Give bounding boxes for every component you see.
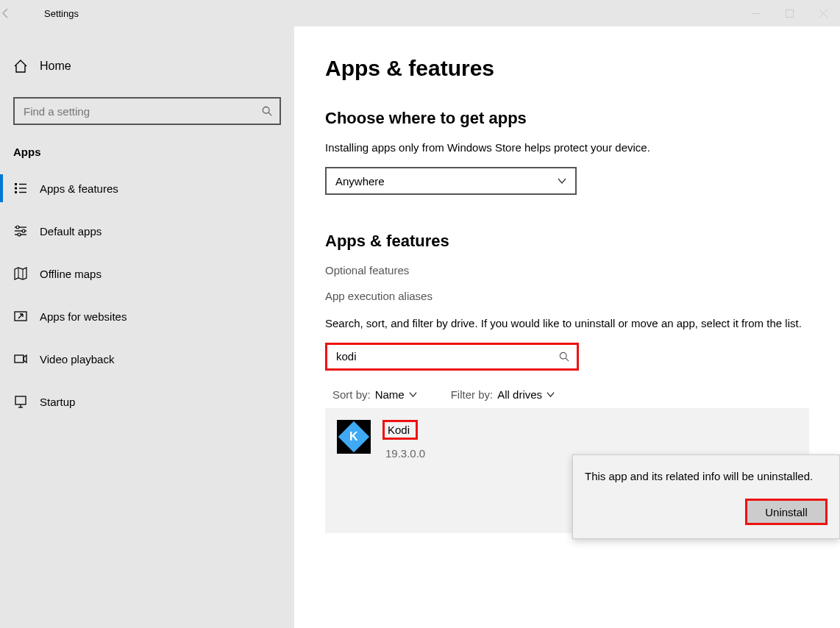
filter-help-text: Search, sort, and filter by drive. If yo… (325, 315, 809, 332)
sidebar-item-video-playback[interactable]: Video playback (0, 338, 294, 380)
app-search-box[interactable] (325, 343, 579, 371)
home-icon (13, 59, 34, 74)
apps-features-heading: Apps & features (325, 232, 809, 251)
main-content: Apps & features Choose where to get apps… (294, 26, 840, 628)
sidebar-item-label: Apps & features (40, 182, 118, 195)
sidebar-item-default-apps[interactable]: Default apps (0, 210, 294, 252)
search-icon (559, 352, 569, 362)
minimize-button[interactable] (738, 0, 772, 26)
defaults-icon (13, 224, 34, 238)
popup-uninstall-button[interactable]: Uninstall (745, 499, 827, 525)
home-nav-item[interactable]: Home (0, 49, 294, 84)
sidebar-item-offline-maps[interactable]: Offline maps (0, 252, 294, 295)
sort-by-combo[interactable]: Sort by: Name (332, 388, 417, 401)
sidebar-section-label: Apps (0, 125, 294, 167)
settings-search-input[interactable] (22, 104, 262, 118)
svg-rect-7 (15, 188, 17, 190)
open-external-icon (13, 309, 34, 324)
sidebar: Home Apps Apps & features Default apps (0, 26, 294, 628)
sort-value: Name (375, 388, 405, 401)
maximize-button[interactable] (772, 0, 806, 26)
filter-by-combo[interactable]: Filter by: All drives (451, 388, 555, 401)
sort-filter-row: Sort by: Name Filter by: All drives (325, 388, 809, 401)
sidebar-item-startup[interactable]: Startup (0, 380, 294, 423)
sidebar-item-apps-websites[interactable]: Apps for websites (0, 295, 294, 338)
choose-apps-subtext: Installing apps only from Windows Store … (325, 141, 809, 154)
svg-point-16 (22, 229, 25, 232)
svg-line-5 (268, 113, 271, 115)
chevron-down-icon (547, 390, 555, 399)
svg-rect-1 (786, 10, 793, 17)
chevron-down-icon (409, 390, 417, 399)
settings-search[interactable] (13, 97, 281, 125)
sidebar-item-label: Offline maps (40, 268, 102, 280)
uninstall-confirm-popup: This app and its related info will be un… (572, 454, 840, 539)
page-heading: Apps & features (325, 56, 809, 81)
app-aliases-link[interactable]: App execution aliases (325, 290, 809, 302)
sort-label: Sort by: (332, 388, 371, 401)
app-version: 19.3.0.0 (382, 447, 425, 460)
back-button[interactable] (0, 7, 29, 19)
app-search-input[interactable] (335, 349, 559, 363)
titlebar: Settings (0, 0, 840, 26)
map-icon (13, 266, 34, 281)
sidebar-item-label: Video playback (40, 353, 114, 365)
startup-icon (13, 394, 34, 409)
list-icon (13, 181, 34, 196)
svg-rect-6 (15, 183, 17, 185)
chevron-down-icon (558, 176, 566, 185)
search-icon (262, 106, 272, 116)
window-title: Settings (29, 8, 79, 19)
sidebar-item-label: Default apps (40, 225, 102, 238)
optional-features-link[interactable]: Optional features (325, 264, 809, 276)
sidebar-item-apps-features[interactable]: Apps & features (0, 167, 294, 210)
filter-label: Filter by: (451, 388, 494, 401)
svg-rect-22 (15, 396, 26, 404)
sidebar-item-label: Startup (40, 396, 75, 408)
svg-rect-21 (15, 355, 24, 363)
svg-point-17 (18, 233, 21, 236)
svg-point-25 (560, 352, 566, 359)
app-icon-letter: K (349, 430, 358, 443)
app-icon: K (337, 420, 371, 454)
sidebar-item-label: Apps for websites (40, 310, 127, 323)
svg-point-4 (263, 107, 269, 113)
install-source-dropdown[interactable]: Anywhere (325, 167, 577, 195)
video-icon (13, 352, 34, 366)
svg-point-15 (16, 226, 19, 229)
filter-value: All drives (497, 388, 542, 401)
popup-text: This app and its related info will be un… (585, 468, 827, 484)
app-name: Kodi (382, 420, 418, 440)
close-button[interactable] (806, 0, 840, 26)
choose-apps-heading: Choose where to get apps (325, 109, 809, 128)
home-label: Home (40, 60, 71, 73)
dropdown-value: Anywhere (335, 175, 385, 188)
window-controls (738, 0, 840, 26)
svg-line-26 (566, 358, 569, 361)
svg-rect-8 (15, 191, 17, 193)
